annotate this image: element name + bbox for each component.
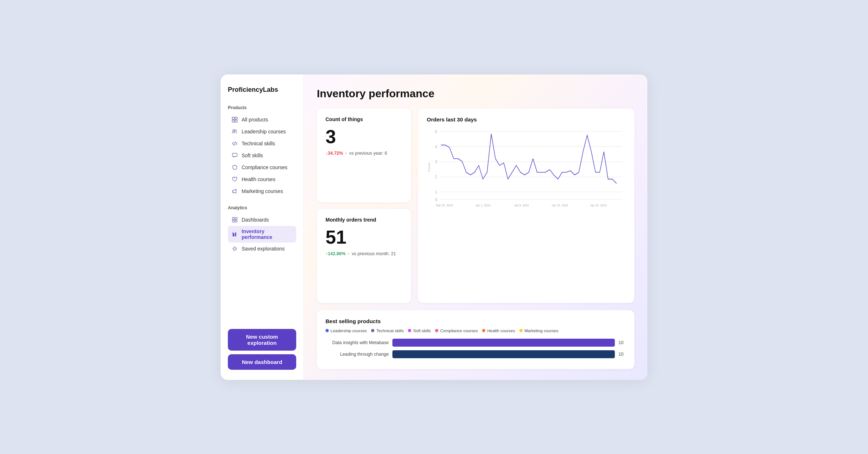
count-card-footer: ↓34.72% • vs previous year: 6 xyxy=(326,150,402,156)
svg-text:1: 1 xyxy=(435,190,437,194)
legend-dot-technical xyxy=(371,329,374,332)
sidebar-item-label: Marketing courses xyxy=(242,188,283,194)
svg-text:Apr 15, 2024: Apr 15, 2024 xyxy=(552,203,568,207)
sidebar-item-dashboards[interactable]: Dashboards xyxy=(228,214,296,226)
page-title: Inventory performance xyxy=(317,87,634,100)
sidebar-item-compliance-courses[interactable]: Compliance courses xyxy=(228,162,296,173)
legend-label-marketing: Marketing courses xyxy=(524,329,558,333)
count-card-value: 3 xyxy=(326,127,402,146)
app-container: ProficiencyLabs Products All products xyxy=(221,74,647,380)
sidebar: ProficiencyLabs Products All products xyxy=(221,74,304,380)
legend-dot-soft xyxy=(408,329,411,332)
sidebar-item-label: Soft skills xyxy=(242,153,263,158)
sidebar-item-saved-explorations[interactable]: Saved explorations xyxy=(228,243,296,254)
sparkle-icon xyxy=(231,245,238,252)
svg-text:0: 0 xyxy=(435,197,437,202)
svg-text:Apr 8, 2024: Apr 8, 2024 xyxy=(514,203,529,207)
svg-rect-8 xyxy=(233,217,235,219)
sidebar-action-buttons: New custom exploration New dashboard xyxy=(228,320,296,370)
sidebar-item-label: Leadership courses xyxy=(242,129,286,134)
person-group-icon xyxy=(231,128,238,135)
legend-leadership: Leadership courses xyxy=(326,329,367,333)
legend-dot-compliance xyxy=(435,329,438,332)
trend-dot: • xyxy=(348,251,350,257)
sidebar-item-health-courses[interactable]: Health courses xyxy=(228,174,296,185)
sidebar-item-label: Compliance courses xyxy=(242,164,288,170)
sidebar-item-inventory-performance[interactable]: Inventory performance xyxy=(228,226,296,243)
sidebar-item-label: Health courses xyxy=(242,176,275,182)
left-stats-column: Count of things 3 ↓34.72% • vs previous … xyxy=(317,108,411,303)
svg-text:4: 4 xyxy=(435,144,437,149)
legend-label-leadership: Leadership courses xyxy=(331,329,367,333)
best-selling-title: Best selling products xyxy=(326,318,626,324)
chat-icon xyxy=(231,152,238,159)
svg-rect-7 xyxy=(233,153,237,157)
bar-label-1: Leading through change xyxy=(326,352,389,357)
svg-text:5: 5 xyxy=(435,129,437,133)
sidebar-item-label: Saved explorations xyxy=(242,246,285,252)
code-icon xyxy=(231,140,238,147)
analytics-section-label: Analytics xyxy=(228,205,296,210)
sidebar-section-analytics: Analytics Dashboards xyxy=(228,204,296,255)
sidebar-item-marketing-courses[interactable]: Marketing courses xyxy=(228,185,296,197)
svg-text:Apr 22, 2024: Apr 22, 2024 xyxy=(590,203,607,207)
legend-dot-health xyxy=(482,329,485,332)
trend-card-title: Monthly orders trend xyxy=(326,217,402,223)
sidebar-item-soft-skills[interactable]: Soft skills xyxy=(228,150,296,161)
trend-card-footer: ↑142.86% • vs previous month: 21 xyxy=(326,251,402,257)
line-chart-card: Orders last 30 days 5 4 3 2 xyxy=(418,108,634,303)
top-row: Count of things 3 ↓34.72% • vs previous … xyxy=(317,108,634,303)
bar-label-0: Data insights with Metabase xyxy=(326,340,389,345)
monthly-orders-trend-card: Monthly orders trend 51 ↑142.86% • vs pr… xyxy=(317,209,411,303)
trend-comparison: vs previous month: 21 xyxy=(352,251,396,256)
svg-rect-3 xyxy=(235,120,237,122)
bar-fill-0 xyxy=(392,339,615,347)
trend-card-value: 51 xyxy=(326,228,402,247)
bar-fill-1 xyxy=(392,350,615,358)
new-dashboard-button[interactable]: New dashboard xyxy=(228,354,296,370)
legend-marketing: Marketing courses xyxy=(519,329,558,333)
legend-technical: Technical skills xyxy=(371,329,404,333)
sidebar-item-label: Dashboards xyxy=(242,217,269,223)
legend-soft: Soft skills xyxy=(408,329,431,333)
products-section-label: Products xyxy=(228,105,296,110)
megaphone-icon xyxy=(231,188,238,194)
svg-rect-1 xyxy=(235,117,237,119)
sidebar-logo: ProficiencyLabs xyxy=(228,86,296,94)
count-of-things-card: Count of things 3 ↓34.72% • vs previous … xyxy=(317,108,411,202)
svg-text:Mar 25, 2024: Mar 25, 2024 xyxy=(436,203,453,207)
grid-icon xyxy=(231,116,238,123)
sidebar-section-products: Products All products xyxy=(228,104,296,197)
svg-text:Count: Count xyxy=(427,162,431,172)
count-card-title: Count of things xyxy=(326,116,402,122)
sidebar-item-all-products[interactable]: All products xyxy=(228,114,296,125)
count-delta: ↓34.72% xyxy=(326,151,343,156)
svg-rect-9 xyxy=(235,217,237,219)
bar-value-0: 10 xyxy=(618,340,626,345)
bar-row-1: Leading through change 10 xyxy=(326,350,626,358)
legend-dot-marketing xyxy=(519,329,523,332)
svg-line-6 xyxy=(234,142,235,145)
line-chart-area: 5 4 3 2 1 0 Count Mar 25, xyxy=(427,128,626,207)
sidebar-item-technical-skills[interactable]: Technical skills xyxy=(228,138,296,149)
legend-dot-leadership xyxy=(326,329,329,332)
sidebar-item-label: Technical skills xyxy=(242,141,275,146)
bar-row-0: Data insights with Metabase 10 xyxy=(326,339,626,347)
legend-compliance: Compliance courses xyxy=(435,329,478,333)
svg-point-4 xyxy=(233,129,235,131)
legend-label-soft: Soft skills xyxy=(413,329,431,333)
count-dot: • xyxy=(345,150,347,156)
svg-text:3: 3 xyxy=(435,159,437,164)
legend-health: Health courses xyxy=(482,329,515,333)
legend-label-technical: Technical skills xyxy=(376,329,404,333)
line-chart-polyline xyxy=(441,134,616,183)
svg-rect-2 xyxy=(232,120,234,122)
new-custom-exploration-button[interactable]: New custom exploration xyxy=(228,329,296,351)
sidebar-item-leadership-courses[interactable]: Leadership courses xyxy=(228,126,296,137)
shield-icon xyxy=(231,164,238,171)
heart-icon xyxy=(231,176,238,183)
bar-track-0 xyxy=(392,339,615,347)
sidebar-item-label: All products xyxy=(242,117,268,123)
svg-text:Apr 1, 2024: Apr 1, 2024 xyxy=(476,203,490,207)
svg-rect-14 xyxy=(235,232,236,236)
